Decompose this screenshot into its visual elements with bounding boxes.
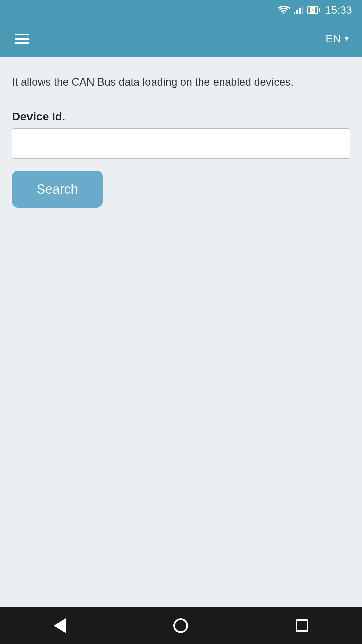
status-bar: ⚡ 15:33 [0, 0, 362, 20]
language-dropdown-arrow: ▼ [343, 35, 350, 43]
hamburger-line-2 [15, 38, 29, 40]
back-icon [54, 618, 66, 633]
recents-icon [296, 619, 308, 632]
hamburger-menu-button[interactable] [12, 31, 32, 47]
battery-icon: ⚡ [307, 6, 318, 14]
svg-rect-2 [299, 8, 301, 14]
nav-back-button[interactable] [48, 613, 71, 638]
nav-home-button[interactable] [168, 613, 193, 638]
svg-rect-0 [294, 12, 295, 14]
main-content: It allows the CAN Bus data loading on th… [0, 57, 362, 607]
app-bar: EN ▼ [0, 20, 362, 57]
device-id-input[interactable] [12, 128, 350, 159]
nav-bar [0, 607, 362, 644]
language-label: EN [326, 33, 341, 45]
search-button[interactable]: Search [12, 171, 103, 208]
wifi-icon [278, 6, 290, 14]
home-icon [173, 618, 188, 633]
svg-rect-3 [302, 6, 303, 14]
device-id-label: Device Id. [12, 110, 350, 123]
description-text: It allows the CAN Bus data loading on th… [12, 74, 350, 90]
hamburger-line-1 [15, 34, 29, 35]
status-icons: ⚡ 15:33 [278, 4, 352, 16]
nav-recents-button[interactable] [290, 614, 314, 637]
signal-icon [294, 6, 303, 14]
status-time: 15:33 [325, 4, 352, 16]
language-selector-button[interactable]: EN ▼ [326, 33, 350, 45]
svg-rect-1 [296, 10, 298, 14]
hamburger-line-3 [15, 42, 29, 44]
